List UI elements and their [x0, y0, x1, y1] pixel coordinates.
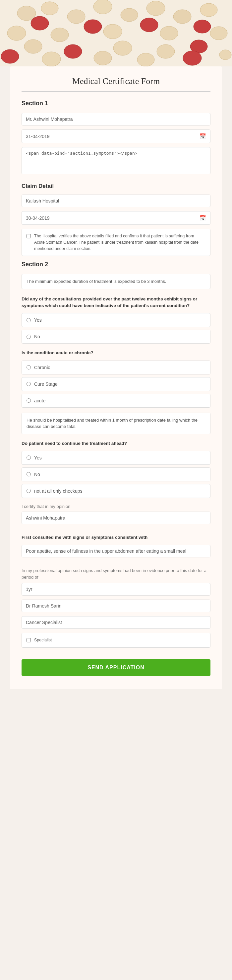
symptoms-textarea[interactable]: <span data-bind="section1.symptoms"></sp… [22, 147, 210, 174]
svg-point-12 [194, 20, 211, 33]
svg-point-15 [103, 24, 122, 39]
section2: Section 2 The minimum expected duration … [22, 261, 210, 676]
svg-point-3 [67, 10, 85, 24]
q3-notall-radio[interactable] [27, 489, 31, 493]
section2-heading: Section 2 [22, 261, 210, 268]
q2-acute-label: acute [34, 398, 46, 403]
q2-cure-label: Cure Stage [34, 382, 58, 387]
calendar-icon: 📅 [199, 133, 206, 140]
section1-heading: Section 1 [22, 100, 210, 107]
svg-point-2 [41, 2, 58, 15]
form-wrapper: Medical Certificate Form Section 1 31-04… [10, 67, 222, 689]
send-application-button[interactable]: SEND APPLICATION [22, 659, 210, 676]
q2-cure-radio[interactable] [27, 382, 31, 386]
symptoms-field[interactable] [22, 545, 210, 557]
claim-detail-heading: Claim Detail [22, 183, 210, 189]
svg-point-28 [219, 50, 231, 60]
q2-chronic-radio[interactable] [27, 365, 31, 369]
svg-point-21 [157, 45, 175, 59]
doctor-name-input[interactable] [22, 512, 210, 524]
q1-no-radio[interactable] [27, 335, 31, 339]
q1-yes-label: Yes [34, 317, 42, 323]
hospital-name-input[interactable] [22, 194, 210, 207]
page-container: Medical Certificate Form Section 1 31-04… [0, 0, 232, 689]
svg-point-1 [17, 6, 36, 21]
first-consulted-label: First consulted me with signs or symptom… [22, 534, 210, 541]
duration-text: The minimum expected duration of treatme… [22, 274, 210, 289]
question3-label: Do patient need to continue the treatmen… [22, 440, 210, 447]
title-divider [22, 91, 210, 92]
form-title: Medical Certificate Form [22, 76, 210, 86]
svg-point-17 [210, 27, 227, 40]
specialist-checkbox-label: Specialist [34, 637, 52, 643]
svg-point-7 [174, 10, 191, 24]
hospital-verify-text: The Hospital verifies the above details … [34, 233, 205, 251]
claim-detail: Claim Detail 30-04-2019 📅 The Hospital v… [22, 183, 210, 256]
q2-acute-radio[interactable] [27, 398, 31, 402]
q3-yes-radio[interactable] [27, 455, 31, 460]
question2-label: Is the condition acute or chronic? [22, 350, 210, 356]
q1-no-option[interactable]: No [22, 330, 210, 344]
q3-yes-label: Yes [34, 455, 42, 460]
certify-label: I certify that in my opinion [22, 504, 210, 509]
date2-value: 30-04-2019 [26, 215, 50, 221]
period-input[interactable] [22, 583, 210, 595]
svg-point-27 [183, 51, 202, 65]
q1-no-label: No [34, 334, 40, 339]
svg-point-23 [1, 49, 19, 64]
date1-field[interactable]: 31-04-2019 📅 [22, 129, 210, 143]
q1-yes-radio[interactable] [27, 318, 31, 322]
svg-point-16 [160, 26, 178, 40]
question1-label: Did any of the consultations provided ov… [22, 296, 210, 309]
date1-value: 31-04-2019 [26, 134, 50, 139]
q3-no-radio[interactable] [27, 472, 31, 476]
svg-point-18 [24, 40, 42, 53]
q3-yes-option[interactable]: Yes [22, 451, 210, 465]
svg-point-4 [93, 0, 112, 14]
svg-point-8 [200, 3, 218, 17]
svg-point-5 [121, 8, 138, 22]
svg-point-19 [64, 45, 82, 59]
svg-point-14 [51, 28, 69, 42]
svg-point-24 [42, 52, 61, 67]
section1: Section 1 31-04-2019 📅 <span data-bind="… [22, 100, 210, 180]
svg-point-11 [140, 18, 158, 32]
svg-point-26 [137, 53, 155, 67]
hero-image [0, 0, 232, 67]
svg-point-9 [31, 16, 49, 30]
q2-cure-option[interactable]: Cure Stage [22, 377, 210, 391]
q1-yes-option[interactable]: Yes [22, 313, 210, 327]
professional-opinion-label: In my professional opinion such signs an… [22, 567, 210, 580]
svg-point-10 [84, 19, 102, 33]
q3-no-label: No [34, 472, 40, 477]
q3-notall-option[interactable]: not at all only checkups [22, 484, 210, 498]
doctor-name2-input[interactable] [22, 600, 210, 612]
svg-point-13 [7, 26, 26, 40]
specialist-checkbox-container[interactable]: Specialist [22, 633, 210, 648]
specialist-input[interactable] [22, 616, 210, 629]
svg-point-6 [147, 1, 165, 16]
hospital-verify-checkbox-container[interactable]: The Hospital verifies the above details … [22, 229, 210, 256]
q3-no-option[interactable]: No [22, 468, 210, 481]
q2-acute-option[interactable]: acute [22, 394, 210, 408]
date2-field[interactable]: 30-04-2019 📅 [22, 211, 210, 225]
svg-point-20 [114, 41, 132, 56]
q3-notall-label: not at all only checkups [34, 488, 82, 494]
q2-chronic-option[interactable]: Chronic [22, 361, 210, 374]
info-box: He should be hospitalised and treated wi… [22, 413, 210, 434]
svg-point-25 [94, 51, 112, 65]
patient-name-input[interactable] [22, 113, 210, 126]
q2-chronic-label: Chronic [34, 365, 50, 370]
calendar-icon2: 📅 [199, 215, 206, 221]
hospital-verify-checkbox[interactable] [27, 234, 31, 239]
specialist-checkbox[interactable] [27, 638, 31, 643]
